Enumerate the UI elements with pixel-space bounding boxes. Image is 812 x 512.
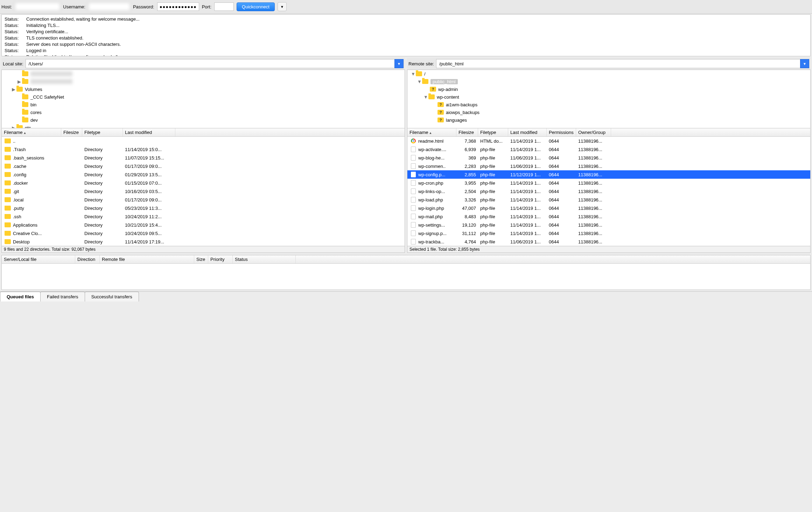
chevron-down-icon: ▼ — [280, 5, 284, 9]
tree-item[interactable]: ?aiowps_backups — [407, 108, 810, 116]
file-row[interactable]: Creative Clo... Directory10/24/2019 09:5… — [2, 229, 405, 237]
password-input[interactable] — [157, 2, 199, 11]
file-row[interactable]: wp-signup.p... 31,112php-file11/14/2019 … — [407, 229, 810, 237]
remote-file-list[interactable]: Filename▲FilesizeFiletypeLast modifiedPe… — [407, 128, 811, 246]
file-row[interactable]: Desktop Directory11/14/2019 17:19... — [2, 237, 405, 246]
column-header[interactable]: Priority — [208, 255, 233, 263]
column-header[interactable]: Filetype — [478, 128, 508, 136]
disclosure-triangle-icon[interactable]: ▼ — [424, 94, 428, 100]
column-header[interactable]: Filename▲ — [407, 128, 456, 136]
tree-item[interactable]: dev — [2, 116, 405, 124]
file-row[interactable]: wp-links-op... 2,504php-file11/14/2019 1… — [407, 187, 810, 195]
transfer-queue[interactable]: Server/Local fileDirectionRemote fileSiz… — [1, 255, 811, 290]
tab-successful-transfers[interactable]: Successful transfers — [85, 292, 139, 301]
column-header[interactable]: Filetype — [82, 128, 123, 136]
folder-icon — [428, 94, 435, 99]
tree-item[interactable]: ▶ — [2, 78, 405, 85]
username-input[interactable] — [88, 2, 130, 11]
tree-item[interactable]: ?ai1wm-backups — [407, 101, 810, 108]
message-log[interactable]: Status:Connection established, waiting f… — [1, 14, 811, 56]
column-header[interactable]: Filesize — [61, 128, 82, 136]
folder-icon — [22, 71, 28, 76]
file-row[interactable]: wp-config.p... 2,855php-file11/12/2019 1… — [407, 170, 810, 179]
password-label: Password: — [133, 4, 154, 9]
file-row[interactable]: .ssh Directory10/24/2019 11:2... — [2, 212, 405, 221]
column-header[interactable]: Last modified — [123, 128, 175, 136]
tab-queued-files[interactable]: Queued files — [0, 292, 41, 301]
file-row[interactable]: .config Directory01/29/2019 13:5... — [2, 170, 405, 179]
disclosure-triangle-icon[interactable]: ▶ — [12, 87, 16, 92]
file-row[interactable]: wp-login.php 47,007php-file11/14/2019 1.… — [407, 204, 810, 212]
remote-directory-tree[interactable]: ▼ / ▼ public_html ?wp-admin ▼ wp-content… — [407, 70, 811, 128]
remote-path-dropdown[interactable]: ▼ — [800, 59, 809, 68]
remote-status-bar: Selected 1 file. Total size: 2,855 bytes — [407, 246, 811, 253]
file-row[interactable]: readme.html 7,368HTML do...11/14/2019 1.… — [407, 137, 810, 145]
file-row[interactable]: wp-blog-he... 369php-file11/06/2019 1...… — [407, 154, 810, 162]
remote-path-input[interactable] — [436, 59, 800, 68]
sort-ascending-icon: ▲ — [429, 131, 432, 135]
folder-icon — [16, 125, 23, 128]
file-row[interactable]: wp-cron.php 3,955php-file11/14/2019 1...… — [407, 179, 810, 187]
column-header[interactable]: Owner/Group — [576, 128, 611, 136]
host-input[interactable] — [15, 2, 60, 11]
column-header[interactable]: Size — [194, 255, 208, 263]
column-header[interactable]: Status — [233, 255, 296, 263]
column-header[interactable]: Last modified — [508, 128, 547, 136]
column-header[interactable]: Server/Local file — [2, 255, 75, 263]
tree-item[interactable]: ▶ Volumes — [2, 85, 405, 93]
file-row[interactable]: .. — [2, 137, 405, 145]
tree-item[interactable] — [2, 70, 405, 78]
folder-unknown-icon: ? — [430, 87, 436, 92]
column-header[interactable]: Remote file — [100, 255, 194, 263]
host-label: Host: — [1, 4, 12, 9]
local-file-list[interactable]: Filename▲FilesizeFiletypeLast modified .… — [1, 128, 405, 246]
file-row[interactable]: wp-activate.... 6,939php-file11/14/2019 … — [407, 145, 810, 154]
local-path-input[interactable] — [26, 59, 394, 68]
column-header[interactable]: Direction — [75, 255, 100, 263]
column-header[interactable]: Permissions — [547, 128, 576, 136]
file-icon — [411, 180, 416, 186]
file-row[interactable]: .git Directory10/16/2019 03:5... — [2, 187, 405, 195]
tree-item[interactable]: ▼ / — [407, 70, 810, 78]
quickconnect-history-dropdown[interactable]: ▼ — [278, 2, 287, 11]
tree-item[interactable]: ?languages — [407, 116, 810, 124]
folder-icon — [5, 239, 11, 244]
disclosure-triangle-icon[interactable]: ▶ — [17, 79, 21, 84]
file-row[interactable]: Applications Directory10/21/2019 15:4... — [2, 221, 405, 229]
file-row[interactable]: wp-mail.php 8,483php-file11/14/2019 1...… — [407, 212, 810, 221]
tree-item[interactable]: ▶ etc — [2, 124, 405, 128]
file-row[interactable]: .docker Directory01/15/2019 07:0... — [2, 179, 405, 187]
quickconnect-button[interactable]: Quickconnect — [237, 2, 275, 11]
folder-icon — [22, 79, 28, 84]
file-row[interactable]: .cache Directory01/17/2019 09:0... — [2, 162, 405, 170]
column-header[interactable]: Filename▲ — [2, 128, 61, 136]
local-path-dropdown[interactable]: ▼ — [394, 59, 404, 68]
file-row[interactable]: wp-load.php 3,326php-file11/14/2019 1...… — [407, 195, 810, 204]
port-label: Port: — [202, 4, 211, 9]
file-row[interactable]: .Trash Directory11/14/2019 15:0... — [2, 145, 405, 154]
tab-failed-transfers[interactable]: Failed transfers — [40, 292, 85, 301]
folder-unknown-icon: ? — [438, 110, 444, 115]
file-row[interactable]: .bash_sessions Directory11/07/2019 15:15… — [2, 154, 405, 162]
local-directory-tree[interactable]: ▶ ▶ Volumes _CCC SafetyNet bin cores dev… — [1, 70, 405, 128]
folder-icon — [5, 172, 11, 177]
file-row[interactable]: .putty Directory05/23/2019 11:3... — [2, 204, 405, 212]
file-row[interactable]: wp-trackba... 4,764php-file11/06/2019 1.… — [407, 237, 810, 246]
disclosure-triangle-icon[interactable]: ▼ — [411, 71, 415, 77]
column-header[interactable]: Filesize — [456, 128, 478, 136]
local-status-bar: 9 files and 22 directories. Total size: … — [1, 246, 405, 253]
tree-item[interactable]: ▼ public_html — [407, 78, 810, 85]
local-site-label: Local site: — [3, 61, 23, 66]
file-row[interactable]: wp-commen.. 2,283php-file11/06/2019 1...… — [407, 162, 810, 170]
port-input[interactable] — [214, 2, 234, 11]
tree-item[interactable]: bin — [2, 101, 405, 108]
tree-item[interactable]: ▼ wp-content — [407, 93, 810, 101]
tree-item[interactable]: cores — [2, 108, 405, 116]
file-row[interactable]: .local Directory01/17/2019 09:0... — [2, 195, 405, 204]
file-row[interactable]: wp-settings... 19,120php-file11/14/2019 … — [407, 221, 810, 229]
tree-item[interactable]: _CCC SafetyNet — [2, 93, 405, 101]
file-icon — [411, 230, 416, 236]
tree-item[interactable]: ?wp-admin — [407, 85, 810, 93]
disclosure-triangle-icon[interactable]: ▶ — [12, 125, 16, 129]
disclosure-triangle-icon[interactable]: ▼ — [417, 79, 421, 84]
